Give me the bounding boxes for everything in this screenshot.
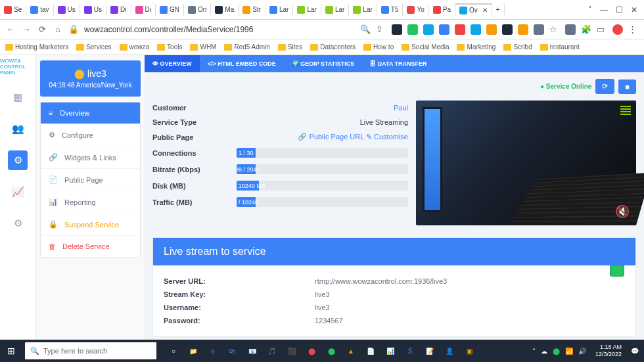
- ext-icon[interactable]: [518, 24, 528, 35]
- nav-home-icon[interactable]: ⌂: [53, 24, 63, 35]
- bookmark-item[interactable]: How to: [363, 43, 394, 51]
- hamburger-icon[interactable]: [620, 106, 631, 115]
- sidebar-item[interactable]: 📄Public Page: [41, 169, 140, 191]
- browser-tab[interactable]: Us: [54, 4, 80, 16]
- taskbar-app-icon[interactable]: 🛍: [223, 342, 242, 360]
- rail-dashboard-icon[interactable]: ▦: [8, 87, 28, 107]
- floating-widget-icon[interactable]: [610, 265, 624, 277]
- ext-icon[interactable]: [423, 24, 434, 35]
- browser-tab[interactable]: Di: [106, 4, 131, 16]
- rail-users-icon[interactable]: 👥: [8, 119, 28, 139]
- zoom-icon[interactable]: 🔍: [360, 24, 371, 35]
- ext-icon[interactable]: [502, 24, 513, 35]
- nav-back-icon[interactable]: ←: [5, 24, 16, 35]
- tray-notify-icon[interactable]: 💬: [631, 348, 639, 355]
- ext-icon[interactable]: [565, 24, 576, 35]
- taskbar-app-icon[interactable]: ○: [164, 342, 183, 360]
- sidebar-item[interactable]: 📊Reporting: [41, 191, 140, 214]
- bookmark-item[interactable]: Marketing: [457, 43, 495, 51]
- taskbar-app-icon[interactable]: 📧: [243, 342, 262, 360]
- tray-whatsapp-icon[interactable]: ⬤: [553, 348, 560, 355]
- taskbar-app-icon[interactable]: ⬛: [283, 342, 301, 360]
- browser-tab[interactable]: Ma: [211, 4, 239, 16]
- taskbar-app-icon[interactable]: 📄: [361, 342, 380, 360]
- sidebar-item[interactable]: ⚙Configure: [41, 124, 140, 147]
- browser-tab[interactable]: Di: [131, 4, 156, 16]
- content-tab[interactable]: 🗄 DATA TRANSFER: [362, 55, 434, 72]
- tray-volume-icon[interactable]: 🔊: [578, 348, 586, 355]
- browser-tab[interactable]: tav: [26, 4, 53, 16]
- ext-icon[interactable]: [612, 24, 623, 35]
- browser-tab[interactable]: Pa: [429, 4, 455, 16]
- browser-tab[interactable]: Se: [0, 4, 26, 16]
- taskbar-app-icon[interactable]: 👤: [440, 342, 459, 360]
- lock-icon[interactable]: 🔒: [68, 24, 79, 35]
- customer-link[interactable]: Paul: [394, 104, 408, 112]
- tray-chevron-icon[interactable]: ˄: [532, 348, 536, 355]
- bookmark-item[interactable]: Services: [76, 43, 111, 51]
- ext-icon[interactable]: [471, 24, 481, 35]
- new-tab-button[interactable]: +: [492, 4, 505, 15]
- browser-tab[interactable]: Ov ✕: [455, 3, 492, 16]
- nav-reload-icon[interactable]: ⟳: [37, 24, 47, 35]
- ext-icon[interactable]: [534, 24, 544, 35]
- taskbar-app-icon[interactable]: 🎵: [263, 342, 281, 360]
- bookmark-item[interactable]: Tools: [157, 43, 182, 51]
- bookmark-item[interactable]: Social Media: [402, 43, 449, 51]
- ext-icon[interactable]: [455, 24, 465, 35]
- nav-forward-icon[interactable]: →: [21, 24, 32, 35]
- bookmark-item[interactable]: wowza: [120, 43, 150, 51]
- share-icon[interactable]: ⇪: [376, 24, 386, 35]
- taskbar-clock[interactable]: 1:18 AM12/3/2022: [591, 344, 626, 358]
- bookmark-item[interactable]: WHM: [190, 43, 216, 51]
- browser-tab[interactable]: Lar: [321, 4, 349, 16]
- browser-tab[interactable]: T5: [377, 4, 403, 16]
- rail-stats-icon[interactable]: 📈: [8, 182, 28, 202]
- taskbar-app-icon[interactable]: ▣: [460, 342, 478, 360]
- bookmark-star-icon[interactable]: ☆: [549, 24, 560, 35]
- menu-dots-icon[interactable]: ⋮: [628, 24, 639, 35]
- bookmark-item[interactable]: Scribd: [503, 43, 532, 51]
- taskbar-app-icon[interactable]: 📊: [381, 342, 400, 360]
- browser-tab[interactable]: Lar: [349, 4, 377, 16]
- browser-tab[interactable]: Str: [239, 4, 265, 16]
- public-links[interactable]: 🔗 Public Page URL ✎ Customise: [298, 133, 408, 141]
- browser-tab[interactable]: On: [184, 4, 211, 16]
- refresh-button[interactable]: ⟳: [595, 79, 614, 94]
- ext-icon[interactable]: [439, 24, 449, 35]
- bookmark-item[interactable]: Sites: [278, 43, 302, 51]
- browser-tab[interactable]: Us: [80, 4, 106, 16]
- rail-network-icon[interactable]: ⚙: [8, 150, 28, 170]
- window-maximize-icon[interactable]: ☐: [616, 5, 623, 14]
- taskbar-app-icon[interactable]: ⬤: [302, 342, 321, 360]
- ext-icon[interactable]: [392, 24, 402, 35]
- sidebar-item[interactable]: 🔒Suspend Service: [41, 214, 140, 236]
- content-tab[interactable]: 👁 OVERVIEW: [145, 55, 200, 72]
- browser-tab[interactable]: Lar: [293, 4, 321, 16]
- bookmark-item[interactable]: restaurant: [540, 43, 580, 51]
- video-preview[interactable]: 🔇: [416, 101, 636, 225]
- tray-cloud-icon[interactable]: ☁: [541, 348, 547, 355]
- content-tab[interactable]: 🌍 GEOIP STATISTICS: [284, 55, 363, 72]
- browser-tab[interactable]: Lar: [265, 4, 293, 16]
- window-down-icon[interactable]: ˅: [588, 5, 592, 14]
- browser-tab[interactable]: GN: [156, 4, 184, 16]
- window-close-icon[interactable]: ✕: [631, 5, 637, 14]
- taskbar-app-icon[interactable]: S: [401, 342, 419, 360]
- sidebar-item[interactable]: ≡Overview: [41, 102, 140, 124]
- taskbar-app-icon[interactable]: ⬤: [322, 342, 340, 360]
- window-minimize-icon[interactable]: —: [600, 5, 608, 14]
- bookmark-item[interactable]: Datacenters: [310, 43, 356, 51]
- extensions-icon[interactable]: 🧩: [581, 24, 591, 35]
- taskbar-app-icon[interactable]: 📝: [421, 342, 439, 360]
- ext-icon[interactable]: [407, 24, 418, 35]
- start-button[interactable]: ⊞: [0, 340, 22, 362]
- sidebar-item[interactable]: 🗑Delete Service: [41, 236, 140, 258]
- window-icon[interactable]: ▭: [597, 24, 607, 35]
- stop-button[interactable]: ■: [618, 79, 636, 94]
- ext-icon[interactable]: [486, 24, 497, 35]
- url-field[interactable]: wowzacontrol.com/controller/MediaService…: [84, 25, 355, 34]
- taskbar-search[interactable]: 🔍 Type here to search: [25, 342, 156, 359]
- taskbar-app-icon[interactable]: ▲: [342, 342, 360, 360]
- browser-tab[interactable]: Yo: [403, 4, 428, 16]
